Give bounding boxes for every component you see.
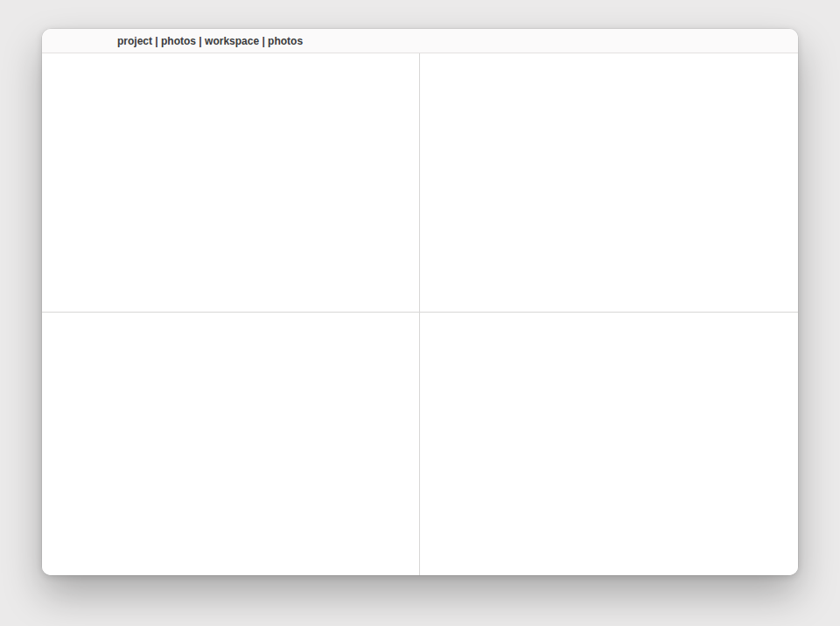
pane-grid (42, 53, 798, 575)
traffic-lights (42, 36, 105, 46)
window-title: project | photos | workspace | photos (117, 35, 303, 47)
pane-photos-columns (420, 313, 798, 575)
titlebar[interactable]: project | photos | workspace | photos (42, 29, 798, 53)
file-manager-window: project | photos | workspace | photos (42, 29, 798, 575)
close-button[interactable] (52, 36, 63, 46)
pane-workspace-list (42, 313, 420, 575)
pane-photos-grid (420, 53, 798, 313)
zoom-button[interactable] (88, 36, 98, 46)
minimize-button[interactable] (70, 36, 80, 46)
pane-project-tree (42, 53, 420, 313)
